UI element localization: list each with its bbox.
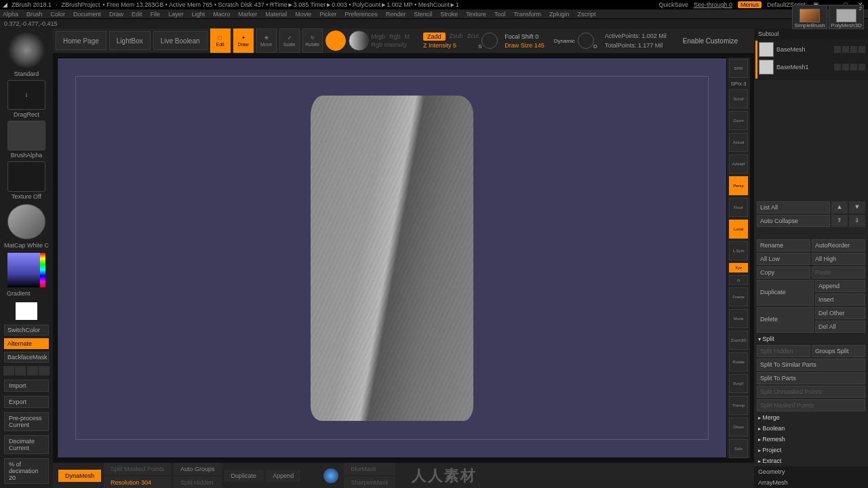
enable-customize-button[interactable]: Enable Customize [683,37,738,45]
viewport[interactable] [57,58,727,458]
menu-macro[interactable]: Macro [213,11,230,18]
listall-button[interactable]: List All [757,201,830,214]
actual-button[interactable]: Actual [729,133,748,152]
gizmo-button[interactable] [349,30,369,51]
zcut-toggle[interactable]: Zcut [467,33,479,41]
zoom-button[interactable]: Zoom [729,111,748,130]
rgb-toggle[interactable]: Rgb [389,33,401,40]
menu-color[interactable]: Color [51,11,66,18]
spix-label[interactable]: SPix 3 [730,81,746,87]
down-icon[interactable]: ▼ [849,201,865,214]
autocollapse-button[interactable]: Auto Collapse [757,215,830,227]
menu-zscript[interactable]: Zscript [578,11,596,18]
up-icon[interactable]: ▲ [831,201,848,214]
resolution-slider[interactable]: Resolution 304 [104,476,171,488]
duplicate-subtool-button[interactable]: Duplicate [757,280,814,306]
menu-zplugin[interactable]: Zplugin [549,11,570,18]
switchcolor-button[interactable]: SwitchColor [4,325,49,336]
menu-material[interactable]: Material [265,11,287,18]
lazy-mouse-icons[interactable] [3,366,50,375]
splitparts-button[interactable]: Split To Parts [757,372,865,384]
splithidden-button[interactable]: Split Hidden [757,345,810,357]
move-up-icon[interactable]: ⇑ [831,215,848,227]
extract-section[interactable]: Extract [754,455,868,466]
append-subtool-button[interactable]: Append [815,280,865,292]
menu-alpha[interactable]: Alpha [3,11,18,18]
subtool-row[interactable]: BaseMesh [757,41,867,58]
split-section[interactable]: Split [754,333,868,344]
copy-button[interactable]: Copy [757,266,810,279]
split-masked-button[interactable]: Split Masked Points [104,463,171,475]
material-preview[interactable] [7,204,45,239]
mrgb-toggle[interactable]: Mrgb [372,33,386,40]
splitunmasked-button[interactable]: Split Unmasked Points [757,386,865,398]
quicksave-button[interactable]: QuickSave [658,1,688,8]
splithidden-button[interactable]: Split Hidden [174,476,222,488]
menu-layer[interactable]: Layer [168,11,184,18]
menus-button[interactable]: Menus [738,1,762,8]
menu-brush[interactable]: Brush [26,11,43,18]
lsym-button[interactable]: L.Sym [729,241,748,260]
local-button[interactable]: Local [729,220,748,239]
color-picker[interactable] [7,253,45,288]
gradient-label[interactable]: Gradient [3,290,50,297]
solo-button[interactable]: Solo [729,439,748,458]
persp-button[interactable]: Persp [729,176,748,195]
decimate-button[interactable]: Decimate Current [4,435,49,454]
allhigh-button[interactable]: All High [812,253,865,265]
blurmask-button[interactable]: BlurMask [344,463,395,475]
dynamic-toggle[interactable]: Dynamic [554,38,575,44]
boolean-section[interactable]: Boolean [754,423,868,434]
tool-polymesh3d[interactable]: 2 PolyMesh3D [829,5,864,29]
stroke-preview[interactable]: ↓ [7,80,45,110]
menu-render[interactable]: Render [386,11,406,18]
color-swatch[interactable] [16,302,37,320]
alllow-button[interactable]: All Low [757,253,810,265]
extra-button[interactable]: ⟳ [729,275,748,285]
rotate-view-button[interactable]: Rotate [729,352,748,371]
menu-draw[interactable]: Draw [109,11,123,18]
menu-preferences[interactable]: Preferences [344,11,378,18]
duplicate-button[interactable]: Duplicate [224,470,264,482]
menu-file[interactable]: File [151,11,161,18]
paste-button[interactable]: Paste [812,266,865,279]
import-button[interactable]: Import [4,380,49,392]
menu-document[interactable]: Document [73,11,101,18]
scroll-button[interactable]: Scroll [729,89,748,108]
delall-button[interactable]: Del All [815,321,865,333]
move-down-icon[interactable]: ⇓ [849,215,865,227]
geometry-header[interactable]: Geometry [754,466,868,477]
ghost-button[interactable]: Ghost [729,418,748,436]
zoom3d-button[interactable]: Zoom3D [729,331,748,350]
menu-picker[interactable]: Picker [319,11,336,18]
dynamesh-button[interactable]: DynaMesh [58,470,101,482]
menu-light[interactable]: Light [192,11,205,18]
seethrough-slider[interactable]: See-through 0 [694,1,732,8]
live-boolean-button[interactable]: Live Boolean [153,31,208,50]
menu-marker[interactable]: Marker [238,11,257,18]
texture-preview[interactable] [7,161,45,191]
rotate-mode-button[interactable]: ↻Rotate [302,28,323,53]
zintensity-slider[interactable]: Z Intensity 5 [423,42,479,49]
rgb-intensity-slider[interactable]: Rgb Intensity [372,41,410,48]
decimation-pct[interactable]: % of decimation 20 [4,458,49,484]
aahalf-button[interactable]: AAHalf [729,155,748,174]
bpr-button[interactable]: BPR [729,59,748,78]
merge-section[interactable]: Merge [754,412,868,423]
menu-texture[interactable]: Texture [466,11,486,18]
draw-size-slider[interactable]: Draw Size 145 [505,42,545,49]
draw-mode-button[interactable]: ✦Draw [233,28,254,53]
splitsimilar-button[interactable]: Split To Similar Parts [757,359,865,371]
insert-button[interactable]: Insert [815,293,865,306]
menu-stroke[interactable]: Stroke [440,11,458,18]
home-page-button[interactable]: Home Page [56,31,106,50]
menu-tool[interactable]: Tool [494,11,506,18]
append-button[interactable]: Append [266,470,300,482]
autogroups-button[interactable]: Auto Groups [174,463,222,475]
groupssplit-button[interactable]: Groups Split [812,345,865,357]
tool-simplebrush[interactable]: SimpleBrush [792,5,827,29]
menu-edit[interactable]: Edit [132,11,142,18]
rename-button[interactable]: Rename [757,239,810,251]
edit-mode-button[interactable]: ⬚Edit [210,28,231,53]
backfacemask-button[interactable]: BackfaceMask [4,352,49,363]
